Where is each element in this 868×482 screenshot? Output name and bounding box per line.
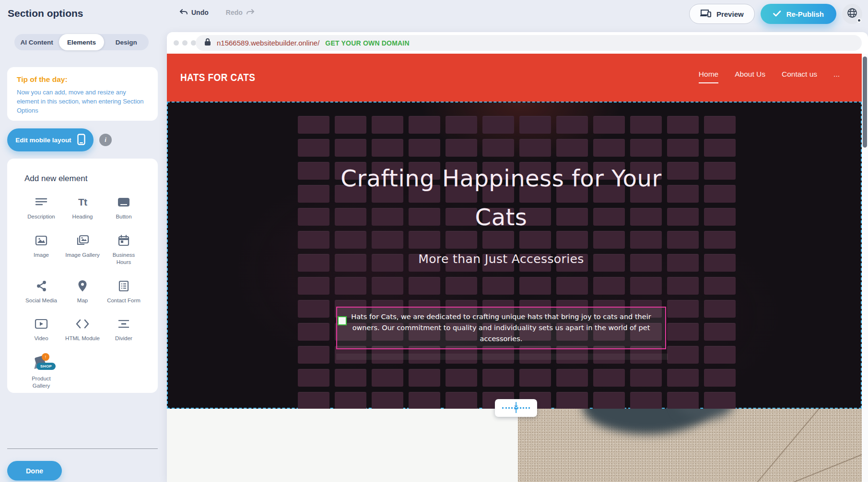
element-item-description[interactable]: Description: [21, 195, 62, 221]
undo-label: Undo: [191, 9, 209, 16]
map-pin-icon: [77, 279, 88, 293]
tile-seam: [745, 409, 838, 482]
redo-label: Redo: [226, 9, 243, 16]
element-item-contact-form[interactable]: Contact Form: [103, 279, 144, 305]
upgrade-arrow-icon: ↑: [42, 353, 49, 361]
tab-design[interactable]: Design: [104, 34, 149, 50]
tip-heading: Tip of the day:: [17, 75, 148, 84]
contact-form-icon: [118, 279, 129, 293]
browser-chrome: n1566589.websitebuilder.online/ GET YOUR…: [167, 32, 868, 54]
republish-button[interactable]: Re-Publish: [761, 4, 836, 24]
element-item-product-gallery[interactable]: ↑ SHOP Product Gallery: [21, 355, 62, 390]
element-item-image-gallery[interactable]: Image Gallery: [62, 233, 103, 266]
image-icon: [35, 233, 47, 248]
devices-icon: [700, 9, 712, 19]
site-url: n1566589.websitebuilder.online/: [217, 39, 319, 47]
add-new-element-panel: Add new element Description Tt Heading B…: [7, 159, 158, 393]
done-button[interactable]: Done: [7, 461, 62, 481]
preview-scrollbar[interactable]: [862, 54, 868, 482]
check-icon: [773, 10, 781, 18]
browser-dots: [174, 40, 196, 46]
element-item-heading[interactable]: Tt Heading: [62, 195, 103, 221]
language-globe-button[interactable]: [842, 4, 862, 24]
redo-icon: [246, 9, 255, 16]
hero-heading[interactable]: Crafting Happiness for Your Cats: [319, 159, 683, 237]
next-section-background: [167, 409, 518, 482]
element-item-image[interactable]: Image: [21, 233, 62, 266]
redo-button[interactable]: Redo: [226, 9, 255, 16]
product-gallery-icon: ↑ SHOP: [32, 355, 50, 371]
element-item-button[interactable]: Button: [103, 195, 144, 221]
nav-about-us[interactable]: About Us: [735, 70, 765, 82]
button-icon: [117, 195, 130, 209]
globe-status-dot: [857, 18, 861, 23]
undo-redo-group: Undo Redo: [179, 9, 255, 16]
element-item-divider[interactable]: Divider: [103, 317, 144, 343]
site-nav: Home About Us Contact us ...: [699, 70, 840, 83]
add-element-title: Add new element: [18, 174, 147, 184]
divider-icon: [117, 317, 130, 331]
social-media-icon: [35, 279, 47, 293]
image-gallery-icon: [76, 233, 89, 248]
video-icon: [35, 317, 48, 331]
topbar-actions: Preview Re-Publish: [689, 4, 862, 24]
description-icon: [35, 195, 47, 209]
hero-description: Hats for Cats, we are dedicated to craft…: [346, 311, 657, 345]
heading-icon: Tt: [78, 195, 87, 209]
page-title: Section options: [8, 8, 83, 19]
site-canvas: HATS FOR CATS Home About Us Contact us .…: [167, 54, 862, 482]
next-section[interactable]: [167, 409, 862, 482]
section-resize-handle[interactable]: ↓ ↑: [495, 399, 537, 417]
globe-icon: [846, 7, 858, 21]
hero-content: Crafting Happiness for Your Cats More th…: [168, 159, 834, 266]
undo-icon: [179, 9, 188, 16]
element-grid: Description Tt Heading Button Image Imag…: [18, 195, 147, 390]
element-hover-strip: [336, 354, 668, 360]
scrollbar-thumb[interactable]: [863, 57, 867, 148]
address-bar[interactable]: n1566589.websitebuilder.online/ GET YOUR…: [196, 35, 862, 51]
shop-badge: SHOP: [36, 363, 56, 370]
lock-icon: [204, 38, 211, 48]
tip-body: Now you can add, move and resize any ele…: [17, 88, 148, 115]
info-icon[interactable]: i: [99, 134, 112, 146]
edit-mobile-label: Edit mobile layout: [15, 137, 71, 144]
element-item-html-module[interactable]: HTML Module: [62, 317, 103, 343]
website-builder-app: Section options Undo Redo Preview Re-Pub…: [0, 0, 868, 482]
edit-mobile-layout-button[interactable]: Edit mobile layout: [7, 128, 94, 151]
nav-contact-us[interactable]: Contact us: [782, 70, 817, 82]
element-item-video[interactable]: Video: [21, 317, 62, 343]
get-domain-link[interactable]: GET YOUR OWN DOMAIN: [325, 39, 409, 47]
business-hours-icon: [118, 233, 129, 248]
element-item-map[interactable]: Map: [62, 279, 103, 305]
pavement-photo: [518, 409, 862, 482]
republish-label: Re-Publish: [786, 10, 824, 18]
element-drag-handle[interactable]: [338, 316, 347, 325]
hero-subheading[interactable]: More than Just Accessories: [168, 252, 834, 266]
nav-more[interactable]: ...: [833, 70, 840, 82]
html-code-icon: [75, 317, 90, 331]
tab-ai-content[interactable]: AI Content: [14, 34, 59, 50]
arrow-up-icon: ↑: [513, 409, 519, 413]
nav-home[interactable]: Home: [699, 70, 718, 83]
preview-button[interactable]: Preview: [689, 4, 755, 24]
tip-of-the-day-card: Tip of the day: Now you can add, move an…: [7, 67, 158, 121]
site-preview-frame: n1566589.websitebuilder.online/ GET YOUR…: [167, 32, 868, 482]
tile-seam-2: [759, 436, 862, 482]
site-header[interactable]: HATS FOR CATS Home About Us Contact us .…: [167, 54, 862, 102]
element-item-business-hours[interactable]: Business Hours: [103, 233, 144, 266]
tab-elements[interactable]: Elements: [59, 34, 104, 50]
preview-label: Preview: [716, 10, 744, 18]
sidebar-divider: [7, 448, 158, 449]
site-logo[interactable]: HATS FOR CATS: [180, 71, 255, 84]
undo-button[interactable]: Undo: [179, 9, 209, 16]
hero-section-selected[interactable]: Crafting Happiness for Your Cats More th…: [167, 102, 862, 409]
panel-tabs: AI Content Elements Design: [14, 34, 149, 50]
element-item-social-media[interactable]: Social Media: [21, 279, 62, 305]
phone-icon: [77, 134, 85, 147]
description-element-selected[interactable]: Hats for Cats, we are dedicated to craft…: [336, 307, 666, 349]
